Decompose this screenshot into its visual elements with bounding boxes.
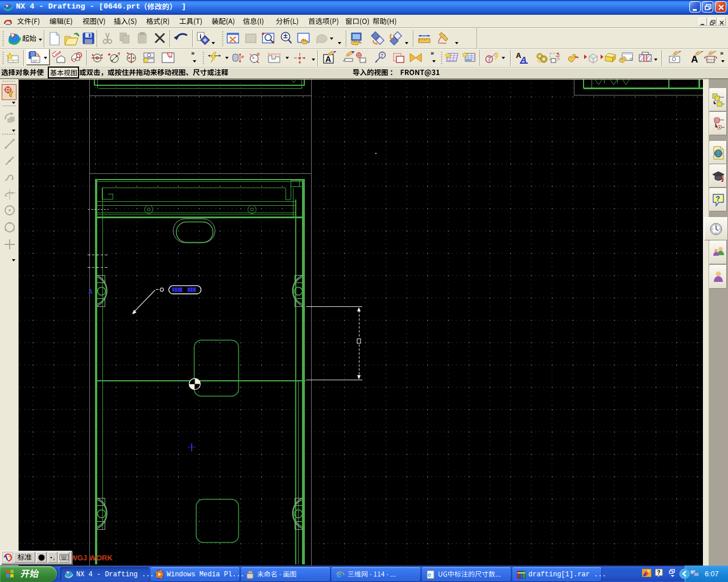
svg-text:?: ?: [657, 569, 660, 576]
svg-text:7: 7: [488, 56, 491, 63]
svg-text:7: 7: [380, 53, 383, 59]
svg-text:A: A: [325, 55, 331, 64]
svg-text:e: e: [337, 569, 341, 579]
svg-text:A: A: [89, 289, 93, 295]
svg-text:e: e: [428, 571, 431, 578]
svg-text:i: i: [200, 33, 201, 40]
svg-text:A: A: [691, 54, 698, 65]
svg-text:ø: ø: [257, 51, 260, 57]
svg-text:?: ?: [715, 194, 720, 203]
svg-text:ø: ø: [241, 54, 244, 59]
